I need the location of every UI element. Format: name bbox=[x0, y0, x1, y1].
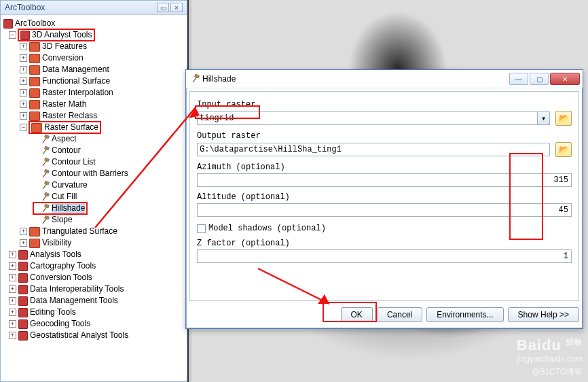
toolset-icon bbox=[29, 54, 40, 63]
cancel-button[interactable]: Cancel bbox=[377, 307, 422, 322]
toolset-icon bbox=[29, 111, 40, 121]
close-button[interactable]: ✕ bbox=[550, 73, 580, 85]
svg-line-6 bbox=[43, 172, 47, 177]
svg-line-12 bbox=[43, 207, 47, 212]
expand-icon[interactable]: + bbox=[9, 285, 16, 293]
hammer-icon bbox=[40, 146, 50, 156]
toolbox-icon bbox=[18, 331, 28, 341]
toolbox-icon bbox=[18, 273, 28, 283]
show-help-button[interactable]: Show Help >> bbox=[508, 307, 579, 322]
tree-folder[interactable]: +Cartography Tools bbox=[2, 260, 185, 272]
minimize-button[interactable]: — bbox=[509, 73, 528, 85]
svg-rect-7 bbox=[44, 169, 49, 173]
tree-group[interactable]: +Visibility bbox=[2, 237, 185, 249]
tool-contour-barriers[interactable]: Contour with Barriers bbox=[2, 168, 185, 179]
highlight-rect bbox=[323, 302, 377, 322]
expand-icon[interactable]: + bbox=[20, 89, 27, 97]
panel-title-text: ArcToolbox bbox=[5, 3, 155, 12]
expand-icon[interactable]: + bbox=[9, 332, 16, 339]
tree-root[interactable]: ArcToolbox bbox=[2, 18, 185, 29]
svg-rect-5 bbox=[44, 158, 49, 162]
hammer-icon bbox=[40, 215, 50, 225]
hammer-icon bbox=[40, 169, 50, 179]
toolbox-icon bbox=[18, 262, 28, 271]
toolset-icon bbox=[29, 227, 40, 237]
browse-button[interactable]: 📂 bbox=[555, 142, 572, 157]
tree-folder[interactable]: +Geostatistical Analyst Tools bbox=[2, 330, 185, 341]
tree-group[interactable]: +Raster Interpolation bbox=[2, 87, 185, 99]
expand-icon[interactable]: + bbox=[9, 274, 16, 281]
tree-folder[interactable]: +Data Interoperability Tools bbox=[2, 283, 185, 295]
svg-line-10 bbox=[43, 195, 47, 201]
zfactor-field[interactable] bbox=[197, 249, 572, 263]
tree-group[interactable]: +Data Management bbox=[2, 64, 185, 75]
toolbox-icon bbox=[3, 19, 13, 29]
tool-curvature[interactable]: Curvature bbox=[2, 179, 185, 191]
expand-icon[interactable]: + bbox=[9, 251, 16, 258]
expand-icon[interactable]: + bbox=[20, 43, 27, 50]
tool-cut-fill[interactable]: Cut Fill bbox=[2, 191, 185, 203]
hammer-icon bbox=[40, 135, 50, 144]
highlight-rect bbox=[195, 105, 260, 119]
tree-group[interactable]: +Raster Reclass bbox=[2, 110, 185, 122]
expand-icon[interactable]: + bbox=[20, 77, 27, 85]
expand-icon[interactable]: + bbox=[20, 239, 27, 247]
expand-icon[interactable]: + bbox=[20, 66, 27, 73]
toolset-icon bbox=[29, 239, 40, 248]
expand-icon[interactable]: + bbox=[9, 262, 16, 270]
svg-rect-9 bbox=[44, 181, 49, 185]
toolbox-icon bbox=[18, 296, 28, 306]
watermark: Baidu 经验 jingyan.baidu.com @51CTO博客 bbox=[517, 336, 583, 378]
toolbox-icon bbox=[18, 250, 28, 260]
tool-hillshade[interactable]: Hillshade bbox=[2, 203, 185, 214]
tool-contour[interactable]: Contour bbox=[2, 145, 185, 156]
tree-group-raster-surface[interactable]: − Raster Surface bbox=[2, 122, 185, 133]
svg-line-0 bbox=[43, 137, 47, 143]
tool-aspect[interactable]: Aspect bbox=[2, 133, 185, 145]
dropdown-button[interactable]: ▾ bbox=[538, 111, 550, 125]
tool-slope[interactable]: Slope bbox=[2, 214, 185, 226]
tree-folder[interactable]: +Conversion Tools bbox=[2, 272, 185, 283]
maximize-button[interactable]: ▢ bbox=[530, 73, 549, 85]
output-raster-field[interactable] bbox=[197, 143, 550, 156]
tree-folder[interactable]: +Geocoding Tools bbox=[2, 318, 185, 330]
toolset-icon bbox=[31, 123, 42, 133]
collapse-icon[interactable]: − bbox=[20, 124, 27, 131]
environments-button[interactable]: Environments... bbox=[426, 307, 503, 322]
svg-rect-11 bbox=[44, 192, 49, 196]
tree-folder-3d-analyst[interactable]: − 3D Analyst Tools bbox=[2, 29, 185, 41]
svg-rect-15 bbox=[44, 215, 49, 220]
tool-contour-list[interactable]: Contour List bbox=[2, 156, 185, 168]
tree-group[interactable]: +Raster Math bbox=[2, 99, 185, 110]
tree-folder[interactable]: +Analysis Tools bbox=[2, 249, 185, 260]
toolbox-icon bbox=[20, 31, 30, 40]
hammer-icon bbox=[40, 181, 50, 190]
panel-titlebar: ArcToolbox ▭ × bbox=[1, 1, 187, 15]
expand-icon[interactable]: + bbox=[9, 309, 16, 316]
checkbox-icon[interactable] bbox=[197, 224, 206, 233]
tree-group[interactable]: +Functional Surface bbox=[2, 75, 185, 87]
expand-icon[interactable]: + bbox=[9, 297, 16, 305]
expand-icon[interactable]: + bbox=[20, 54, 27, 62]
expand-icon[interactable]: + bbox=[20, 112, 27, 120]
tree-group[interactable]: +Conversion bbox=[2, 52, 185, 64]
toolset-icon bbox=[29, 65, 40, 75]
dialog-titlebar[interactable]: Hillshade — ▢ ✕ bbox=[186, 70, 583, 88]
panel-pin-button[interactable]: ▭ bbox=[157, 3, 169, 12]
expand-icon[interactable]: + bbox=[20, 101, 27, 108]
browse-button[interactable]: 📂 bbox=[555, 111, 572, 126]
tree-folder[interactable]: +Editing Tools bbox=[2, 307, 185, 318]
panel-close-button[interactable]: × bbox=[170, 3, 183, 12]
tree-folder[interactable]: +Data Management Tools bbox=[2, 295, 185, 307]
expand-icon[interactable]: + bbox=[20, 228, 27, 235]
dialog-title: Hillshade bbox=[202, 74, 508, 84]
collapse-icon[interactable]: − bbox=[9, 31, 16, 39]
tree-group[interactable]: +3D Features bbox=[2, 41, 185, 52]
label-zfactor: Z factor (optional) bbox=[197, 239, 572, 248]
dialog-footer: OK Cancel Environments... Show Help >> bbox=[189, 305, 579, 325]
toolbox-tree[interactable]: ArcToolbox − 3D Analyst Tools +3D Featur… bbox=[1, 15, 187, 381]
expand-icon[interactable]: + bbox=[9, 320, 16, 328]
arctoolbox-panel: ArcToolbox ▭ × ArcToolbox − 3D Analyst T… bbox=[0, 0, 187, 382]
tree-group[interactable]: +Triangulated Surface bbox=[2, 226, 185, 237]
toolbox-icon bbox=[18, 285, 28, 294]
